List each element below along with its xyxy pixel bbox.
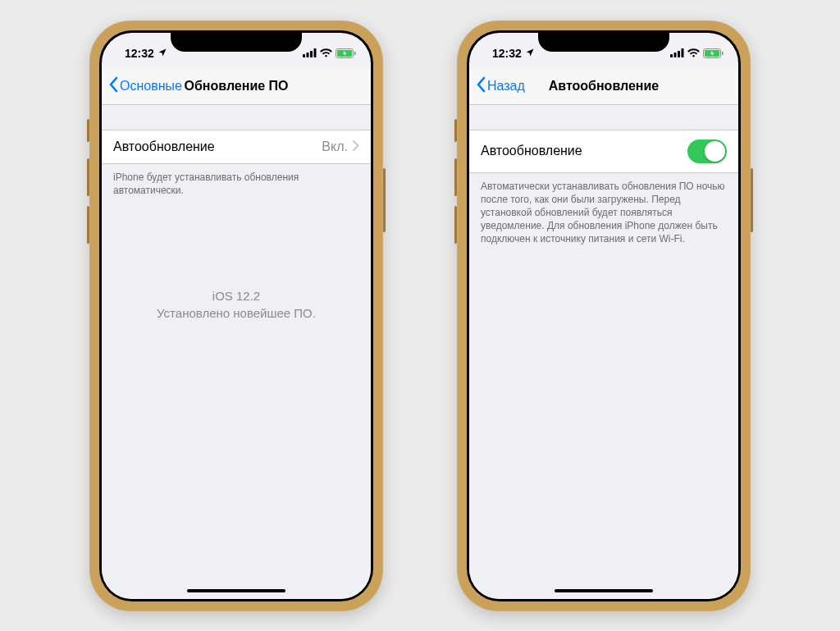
phone-notch bbox=[538, 30, 669, 52]
power-button bbox=[751, 168, 753, 232]
update-status-message: iOS 12.2 Установлено новейшее ПО. bbox=[102, 287, 371, 322]
phone-bezel: 12:32 bbox=[99, 30, 373, 601]
power-button bbox=[383, 168, 386, 232]
phone-bezel: 12:32 bbox=[467, 30, 741, 601]
svg-rect-8 bbox=[674, 53, 677, 57]
svg-rect-13 bbox=[722, 51, 724, 54]
back-label: Основные bbox=[120, 79, 182, 94]
ios-version: iOS 12.2 bbox=[118, 287, 354, 304]
status-right bbox=[670, 48, 724, 58]
mute-switch bbox=[87, 119, 89, 142]
phone-screen-right: 12:32 bbox=[469, 33, 738, 599]
phone-mockup-left: 12:32 bbox=[89, 21, 383, 611]
back-label: Назад bbox=[487, 79, 525, 94]
svg-rect-0 bbox=[303, 54, 305, 57]
svg-rect-10 bbox=[682, 48, 684, 57]
volume-up-button bbox=[87, 158, 89, 196]
home-indicator[interactable] bbox=[555, 589, 653, 592]
back-button[interactable]: Основные bbox=[108, 76, 182, 96]
content-area: Автообновление Автоматически устанавлива… bbox=[469, 105, 738, 599]
location-icon bbox=[158, 47, 167, 60]
volume-down-button bbox=[87, 206, 89, 244]
row-value-group: Вкл. bbox=[322, 139, 359, 154]
section-footer: iPhone будет устанавливать обновления ав… bbox=[102, 164, 371, 197]
phone-screen-left: 12:32 bbox=[102, 33, 371, 599]
back-button[interactable]: Назад bbox=[476, 76, 525, 96]
svg-rect-3 bbox=[314, 48, 317, 57]
svg-rect-7 bbox=[670, 54, 673, 57]
row-label: Автообновление bbox=[481, 144, 582, 158]
content-area: Автообновление Вкл. iPhone будет устанав… bbox=[102, 105, 371, 599]
status-right bbox=[303, 48, 356, 58]
battery-charging-icon bbox=[703, 48, 724, 58]
toggle-knob bbox=[705, 141, 725, 162]
location-icon bbox=[525, 47, 535, 60]
volume-down-button bbox=[454, 206, 457, 244]
status-left: 12:32 bbox=[125, 47, 167, 60]
cellular-signal-icon bbox=[670, 48, 684, 57]
phone-notch bbox=[171, 30, 302, 52]
auto-update-toggle-row: Автообновление bbox=[469, 130, 738, 173]
section-footer: Автоматически устанавливать обновления П… bbox=[469, 173, 738, 246]
row-label: Автообновление bbox=[113, 139, 215, 154]
svg-rect-1 bbox=[307, 53, 309, 57]
battery-charging-icon bbox=[336, 48, 356, 58]
svg-rect-9 bbox=[678, 51, 680, 57]
mute-switch bbox=[454, 119, 457, 142]
cellular-signal-icon bbox=[303, 48, 317, 57]
chevron-left-icon bbox=[476, 76, 486, 96]
chevron-right-icon bbox=[353, 139, 359, 154]
phone-mockup-right: 12:32 bbox=[457, 21, 751, 611]
auto-update-row[interactable]: Автообновление Вкл. bbox=[102, 130, 371, 164]
status-time: 12:32 bbox=[125, 47, 154, 60]
volume-up-button bbox=[454, 158, 457, 196]
status-left: 12:32 bbox=[492, 47, 535, 60]
svg-rect-2 bbox=[310, 51, 313, 57]
chevron-left-icon bbox=[108, 76, 118, 96]
status-time: 12:32 bbox=[492, 47, 522, 60]
up-to-date-text: Установлено новейшее ПО. bbox=[118, 304, 354, 322]
svg-rect-6 bbox=[354, 51, 356, 54]
wifi-icon bbox=[320, 48, 332, 57]
navigation-bar: Основные Обновление ПО bbox=[102, 69, 371, 105]
wifi-icon bbox=[687, 48, 700, 57]
navigation-bar: Назад Автообновление bbox=[469, 69, 738, 105]
auto-update-toggle[interactable] bbox=[687, 139, 727, 163]
home-indicator[interactable] bbox=[187, 589, 285, 592]
row-value: Вкл. bbox=[322, 139, 348, 154]
